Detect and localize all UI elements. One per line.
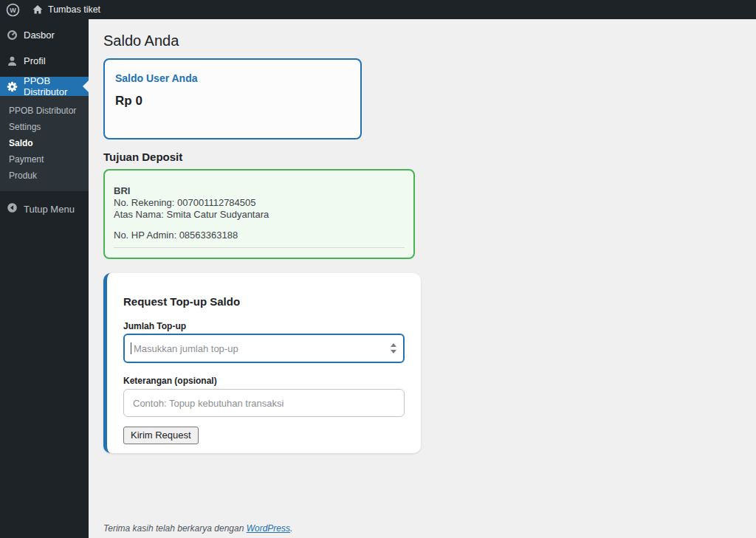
stepper-down-icon[interactable] [391,350,396,354]
sidebar-item-profil[interactable]: Profil [0,51,89,70]
topup-form-title: Request Top-up Saldo [123,295,405,308]
note-field-label: Keterangan (opsional) [123,376,405,386]
main-content: Saldo Anda Saldo User Anda Rp 0 Tujuan D… [89,19,756,538]
collapse-menu-label: Tutup Menu [24,204,75,215]
deposit-bank-name: BRI [114,185,405,197]
submenu-item-saldo[interactable]: Saldo [0,135,89,151]
wordpress-link[interactable]: WordPress [247,523,290,534]
submenu-item-produk[interactable]: Produk [0,168,89,184]
home-icon [32,4,43,15]
topup-form-card: Request Top-up Saldo Jumlah Top-up Keter… [103,273,421,453]
footer-credit: Terima kasih telah berkarya dengan WordP… [103,523,741,534]
amount-input[interactable] [123,334,405,363]
deposit-admin-phone: No. HP Admin: 08563363188 [114,230,405,241]
balance-card-label: Saldo User Anda [115,72,350,84]
submenu-item-payment[interactable]: Payment [0,151,89,168]
note-input[interactable] [123,389,405,417]
submit-request-button[interactable]: Kirim Request [123,427,199,444]
submenu-item-ppob-distributor[interactable]: PPOB Distributor [0,103,89,119]
site-home-link[interactable]: Tumbas tiket [32,4,100,15]
footer-text: Terima kasih telah berkarya dengan [103,523,247,534]
sidebar-item-label: Profil [24,55,46,66]
collapse-arrow-icon [7,202,18,215]
submenu-item-settings[interactable]: Settings [0,119,89,135]
sidebar-item-ppob-distributor[interactable]: PPOB Distributor [0,77,89,96]
dashboard-icon [7,30,18,41]
admin-bar: W Tumbas tiket [0,0,756,19]
amount-input-wrap [123,334,405,363]
deposit-info-card: BRI No. Rekening: 007001112784505 Atas N… [103,169,415,259]
page-title: Saldo Anda [103,33,741,48]
text-cursor [131,342,131,354]
deposit-divider [114,247,405,248]
stepper-up-icon[interactable] [391,343,396,347]
footer-suffix: . [290,523,292,534]
deposit-section-title: Tujuan Deposit [103,151,741,162]
balance-amount: Rp 0 [115,94,350,108]
deposit-account-holder: Atas Nama: Smita Catur Sudyantara [114,209,405,221]
gear-icon [7,81,18,92]
sidebar-item-dasbor[interactable]: Dasbor [0,25,89,44]
site-name: Tumbas tiket [48,4,100,15]
collapse-menu-button[interactable]: Tutup Menu [0,202,89,215]
balance-card: Saldo User Anda Rp 0 [103,58,362,139]
svg-text:W: W [10,6,16,13]
ppob-submenu: PPOB Distributor Settings Saldo Payment … [0,96,89,191]
user-icon [7,55,18,66]
number-stepper[interactable] [391,334,396,363]
admin-menu: Dasbor Profil [0,19,89,215]
sidebar-item-label: Dasbor [24,30,55,41]
amount-field-label: Jumlah Top-up [123,321,405,331]
sidebar-item-label: PPOB Distributor [24,75,89,97]
deposit-account-number: No. Rekening: 007001112784505 [114,197,405,209]
admin-sidebar: Dasbor Profil [0,19,89,538]
wordpress-logo-icon[interactable]: W [6,3,20,17]
